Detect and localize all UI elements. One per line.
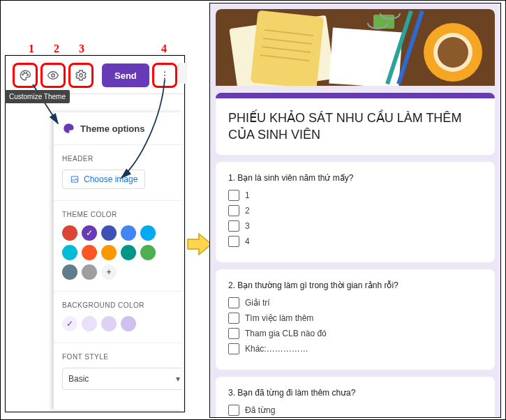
question-2-option-label: Tham gia CLB nào đó: [245, 329, 327, 338]
question-1-option[interactable]: 1: [228, 190, 482, 201]
chevron-down-icon: ▾: [176, 374, 180, 384]
svg-point-8: [164, 78, 165, 80]
theme-color-swatches: ✓+: [62, 225, 174, 280]
svg-rect-12: [251, 10, 324, 86]
checkbox-icon: [228, 205, 239, 216]
palette-icon: [62, 122, 75, 135]
theme-panel-title: Theme options: [80, 123, 144, 134]
eye-icon: [47, 69, 59, 82]
checkbox-icon: [228, 405, 239, 416]
question-3-card: 3. Bạn đã từng đi làm thêm chưa? Đã từng: [216, 377, 495, 418]
theme-color-swatch[interactable]: [62, 264, 77, 280]
preview-button[interactable]: [40, 63, 66, 88]
palette-button[interactable]: [13, 63, 38, 88]
font-style-select[interactable]: Basic ▾: [62, 368, 182, 390]
checkbox-icon: [228, 328, 239, 339]
more-vert-icon: [159, 70, 170, 81]
theme-color-swatch[interactable]: [121, 225, 136, 241]
more-button[interactable]: [152, 63, 177, 88]
annot-2: 2: [54, 43, 59, 55]
bg-color-swatch[interactable]: [121, 316, 136, 331]
question-2-option[interactable]: Tìm việc làm thêm: [228, 313, 482, 324]
theme-panel-header: Theme options: [54, 112, 182, 145]
form-title: PHIẾU KHẢO SÁT NHU CẦU LÀM THÊM CỦA SINH…: [228, 110, 482, 144]
checkbox-icon: [228, 190, 239, 201]
checkbox-icon: [228, 297, 239, 308]
theme-color-swatch[interactable]: [82, 245, 97, 260]
banner-art: [216, 9, 495, 86]
theme-color-label: THEME COLOR: [62, 211, 174, 218]
checkbox-icon: [228, 236, 239, 247]
add-color-button[interactable]: +: [101, 264, 117, 280]
question-2-option-label: Khác:……………: [245, 344, 308, 354]
svg-point-5: [80, 74, 83, 77]
theme-color-swatch[interactable]: [121, 245, 136, 260]
question-2-option[interactable]: Tham gia CLB nào đó: [228, 328, 482, 339]
bg-color-swatch[interactable]: [82, 316, 97, 331]
question-1-option-label: 4: [245, 237, 250, 246]
stage: 1 2 3 4 THÊM ✓ Ch Send: [0, 0, 506, 420]
form-title-card: PHIẾU KHẢO SÁT NHU CẦU LÀM THÊM CỦA SINH…: [216, 93, 495, 155]
question-1-option-label: 3: [245, 221, 250, 231]
question-2-option[interactable]: Giải trí: [228, 297, 482, 308]
font-style-section: FONT STYLE Basic ▾: [54, 343, 182, 401]
question-1-option-label: 1: [245, 190, 250, 200]
question-1-option[interactable]: 4: [228, 236, 482, 247]
svg-rect-23: [373, 15, 394, 29]
question-1-text: 1. Bạn là sinh viên năm thứ mấy?: [228, 173, 482, 183]
theme-options-panel: Theme options HEADER Choose image THEME …: [53, 112, 182, 410]
bg-color-swatch[interactable]: ✓: [62, 316, 77, 331]
svg-point-7: [164, 75, 165, 76]
question-2-card: 2. Bạn thường làm gì trong thời gian rản…: [216, 269, 495, 370]
annot-3: 3: [79, 43, 84, 55]
annot-1: 1: [29, 43, 34, 55]
question-2-text: 2. Bạn thường làm gì trong thời gian rản…: [228, 280, 482, 290]
theme-color-section: THEME COLOR ✓+: [54, 201, 182, 292]
form-preview: PHIẾU KHẢO SÁT NHU CẦU LÀM THÊM CỦA SINH…: [209, 3, 501, 418]
toolbar: Send: [6, 56, 184, 94]
bg-color-label: BACKGROUND COLOR: [62, 301, 174, 309]
svg-point-4: [52, 74, 55, 77]
image-icon: [70, 174, 80, 184]
question-2-option[interactable]: Khác:……………: [228, 343, 482, 354]
svg-point-6: [164, 71, 165, 73]
bg-color-swatch[interactable]: [101, 316, 117, 331]
theme-color-swatch[interactable]: [62, 245, 77, 260]
question-1-option[interactable]: 2: [228, 205, 482, 216]
customize-theme-tooltip: Customize Theme: [5, 90, 70, 103]
gear-icon: [75, 69, 87, 82]
send-button[interactable]: Send: [102, 63, 149, 87]
theme-color-swatch[interactable]: [101, 225, 117, 241]
theme-color-swatch[interactable]: [101, 245, 117, 260]
question-1-option-label: 2: [245, 206, 250, 216]
question-3-option[interactable]: Đã từng: [228, 405, 482, 416]
font-style-value: Basic: [68, 374, 89, 384]
question-2-option-label: Giải trí: [245, 298, 270, 308]
choose-image-button[interactable]: Choose image: [62, 170, 145, 189]
checkbox-icon: [228, 220, 239, 232]
svg-point-0: [22, 74, 24, 75]
theme-color-swatch[interactable]: [82, 264, 97, 280]
bg-color-swatches: ✓: [62, 316, 174, 331]
svg-point-1: [24, 73, 25, 74]
form-banner: [216, 9, 495, 86]
checkbox-icon: [228, 313, 239, 324]
svg-point-3: [27, 75, 29, 76]
settings-button[interactable]: [68, 63, 94, 88]
theme-color-swatch[interactable]: [140, 225, 156, 241]
header-section: HEADER Choose image: [54, 145, 182, 201]
svg-point-20: [438, 37, 468, 68]
question-1-card: 1. Bạn là sinh viên năm thứ mấy? 1234: [216, 162, 495, 262]
checkbox-icon: [228, 343, 239, 354]
question-3-option-label: Đã từng: [245, 405, 275, 415]
theme-color-swatch[interactable]: [62, 225, 77, 241]
question-2-option-label: Tìm việc làm thêm: [245, 313, 313, 323]
choose-image-label: Choose image: [84, 174, 137, 184]
font-style-label: FONT STYLE: [62, 353, 174, 361]
theme-color-swatch[interactable]: ✓: [82, 225, 97, 241]
svg-point-2: [26, 73, 27, 74]
palette-icon: [19, 69, 31, 82]
panel-edge: [178, 63, 187, 84]
theme-color-swatch[interactable]: [140, 245, 156, 260]
question-1-option[interactable]: 3: [228, 220, 482, 232]
